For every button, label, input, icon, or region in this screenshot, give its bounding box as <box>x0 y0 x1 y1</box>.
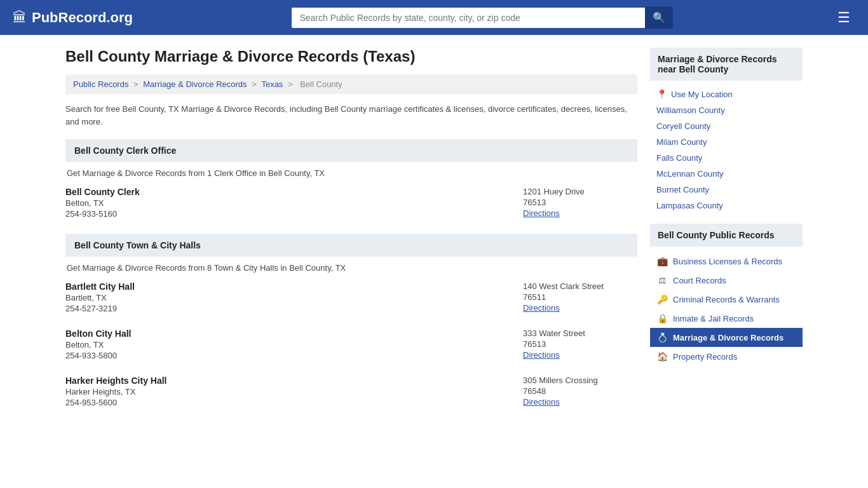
pr-icon-0: 💼 <box>656 256 668 266</box>
town-city-0: Bartlett, TX <box>65 293 135 302</box>
pr-link-3[interactable]: Inmate & Jail Records <box>673 314 754 323</box>
breadcrumb-sep2: > <box>252 79 259 89</box>
pr-link-4[interactable]: Marriage & Divorce Records <box>673 333 783 342</box>
pr-icon-5: 🏠 <box>656 351 668 362</box>
town-directions-0[interactable]: Directions <box>523 303 560 313</box>
breadcrumb: Public Records > Marriage & Divorce Reco… <box>65 74 637 94</box>
search-button[interactable]: 🔍 <box>645 6 673 29</box>
public-records-title: Bell County Public Records <box>650 224 803 247</box>
location-icon: 📍 <box>656 89 667 99</box>
pr-icon-4: 💍 <box>656 332 668 342</box>
town-directions-2[interactable]: Directions <box>523 397 560 407</box>
nearby-county-2[interactable]: Milam County <box>650 134 803 150</box>
pr-icon-2: 🔑 <box>656 294 668 304</box>
pr-item-4[interactable]: 💍 Marriage & Divorce Records <box>650 328 803 347</box>
town-left-0: Bartlett City Hall Bartlett, TX 254-527-… <box>65 281 135 313</box>
main-content: Bell County Marriage & Divorce Records (… <box>65 48 637 423</box>
use-my-location[interactable]: 📍 Use My Location <box>650 86 803 102</box>
town-right-2: 305 Millers Crossing 76548 Directions <box>523 376 637 407</box>
nearby-county-link-4[interactable]: McLennan County <box>656 169 724 179</box>
nearby-county-link-1[interactable]: Coryell County <box>656 121 710 131</box>
town-left-2: Harker Heights City Hall Harker Heights,… <box>65 376 167 407</box>
clerk-zip-0: 76513 <box>523 198 637 207</box>
town-name-1: Belton City Hall <box>65 329 131 339</box>
logo-area: 🏛 PubRecord.org <box>13 10 133 26</box>
menu-button[interactable]: ☰ <box>832 7 855 29</box>
town-phone-0: 254-527-3219 <box>65 304 135 313</box>
town-city-1: Belton, TX <box>65 340 131 349</box>
clerk-city-0: Belton, TX <box>65 198 140 208</box>
pr-item-5[interactable]: 🏠 Property Records <box>650 347 803 366</box>
public-records-list: 💼 Business Licenses & Records ⚖ Court Re… <box>650 252 803 366</box>
clerk-section-desc: Get Marriage & Divorce Records from 1 Cl… <box>65 168 637 178</box>
breadcrumb-sep3: > <box>288 79 295 89</box>
clerk-entry-0: Bell County Clerk Belton, TX 254-933-516… <box>65 187 637 221</box>
logo-text: PubRecord.org <box>32 10 133 26</box>
town-phone-1: 254-933-5800 <box>65 351 131 360</box>
pr-icon-1: ⚖ <box>656 275 668 285</box>
pr-link-1[interactable]: Court Records <box>673 276 726 285</box>
use-location-link[interactable]: Use My Location <box>671 90 733 99</box>
nearby-county-link-6[interactable]: Lampasas County <box>656 201 723 210</box>
breadcrumb-texas[interactable]: Texas <box>261 79 283 89</box>
pr-item-1[interactable]: ⚖ Court Records <box>650 271 803 290</box>
town-section-desc: Get Marriage & Divorce Records from 8 To… <box>65 263 637 273</box>
search-input[interactable] <box>292 8 645 28</box>
pr-item-3[interactable]: 🔒 Inmate & Jail Records <box>650 309 803 328</box>
nearby-list: 📍 Use My Location Williamson County Cory… <box>650 86 803 214</box>
pr-link-5[interactable]: Property Records <box>673 352 737 362</box>
pr-item-2[interactable]: 🔑 Criminal Records & Warrants <box>650 290 803 309</box>
town-zip-2: 76548 <box>523 386 637 396</box>
town-zip-1: 76513 <box>523 339 637 349</box>
pr-item-0[interactable]: 💼 Business Licenses & Records <box>650 252 803 271</box>
pr-link-2[interactable]: Criminal Records & Warrants <box>673 295 780 304</box>
town-name-2: Harker Heights City Hall <box>65 376 167 386</box>
main-container: Bell County Marriage & Divorce Records (… <box>53 48 815 423</box>
town-address-2: 305 Millers Crossing <box>523 376 637 385</box>
town-section-header: Bell County Town & City Halls <box>65 234 637 257</box>
clerk-left-0: Bell County Clerk Belton, TX 254-933-516… <box>65 187 140 219</box>
page-description: Search for free Bell County, TX Marriage… <box>65 103 637 128</box>
clerk-right-0: 1201 Huey Drive 76513 Directions <box>523 187 637 219</box>
town-address-1: 333 Water Street <box>523 329 637 338</box>
town-city-2: Harker Heights, TX <box>65 387 167 396</box>
clerk-phone-0: 254-933-5160 <box>65 209 140 219</box>
nearby-county-link-0[interactable]: Williamson County <box>656 105 725 115</box>
search-icon: 🔍 <box>653 12 665 23</box>
pr-link-0[interactable]: Business Licenses & Records <box>673 257 782 266</box>
nearby-county-link-2[interactable]: Milam County <box>656 137 707 147</box>
clerk-name-0: Bell County Clerk <box>65 187 140 197</box>
nearby-county-3[interactable]: Falls County <box>650 150 803 166</box>
breadcrumb-sep1: > <box>133 79 140 89</box>
breadcrumb-public-records[interactable]: Public Records <box>73 79 128 89</box>
nearby-county-link-5[interactable]: Burnet County <box>656 185 709 194</box>
town-zip-0: 76511 <box>523 292 637 302</box>
nearby-county-link-3[interactable]: Falls County <box>656 153 702 163</box>
town-directions-1[interactable]: Directions <box>523 350 560 360</box>
town-entry-1: Belton City Hall Belton, TX 254-933-5800… <box>65 329 637 363</box>
town-entry-2: Harker Heights City Hall Harker Heights,… <box>65 376 637 410</box>
breadcrumb-bell-county: Bell County <box>300 79 342 89</box>
town-right-0: 140 West Clark Street 76511 Directions <box>523 281 637 313</box>
town-phone-2: 254-953-5600 <box>65 398 167 407</box>
search-area: 🔍 <box>292 6 673 29</box>
town-left-1: Belton City Hall Belton, TX 254-933-5800 <box>65 329 131 360</box>
clerk-directions-0[interactable]: Directions <box>523 208 560 218</box>
site-header: 🏛 PubRecord.org 🔍 ☰ <box>0 0 868 35</box>
town-address-0: 140 West Clark Street <box>523 281 637 291</box>
nearby-county-1[interactable]: Coryell County <box>650 118 803 134</box>
pr-icon-3: 🔒 <box>656 313 668 323</box>
page-title: Bell County Marriage & Divorce Records (… <box>65 48 637 65</box>
nearby-title: Marriage & Divorce Records near Bell Cou… <box>650 48 803 81</box>
town-right-1: 333 Water Street 76513 Directions <box>523 329 637 360</box>
clerk-section-header: Bell County Clerk Office <box>65 139 637 162</box>
nearby-county-5[interactable]: Burnet County <box>650 182 803 198</box>
clerk-address-0: 1201 Huey Drive <box>523 187 637 196</box>
breadcrumb-marriage-records[interactable]: Marriage & Divorce Records <box>143 79 247 89</box>
nearby-county-0[interactable]: Williamson County <box>650 102 803 118</box>
logo-icon: 🏛 <box>13 10 27 26</box>
nearby-county-6[interactable]: Lampasas County <box>650 198 803 214</box>
menu-icon: ☰ <box>837 10 850 25</box>
town-name-0: Bartlett City Hall <box>65 281 135 292</box>
nearby-county-4[interactable]: McLennan County <box>650 166 803 182</box>
